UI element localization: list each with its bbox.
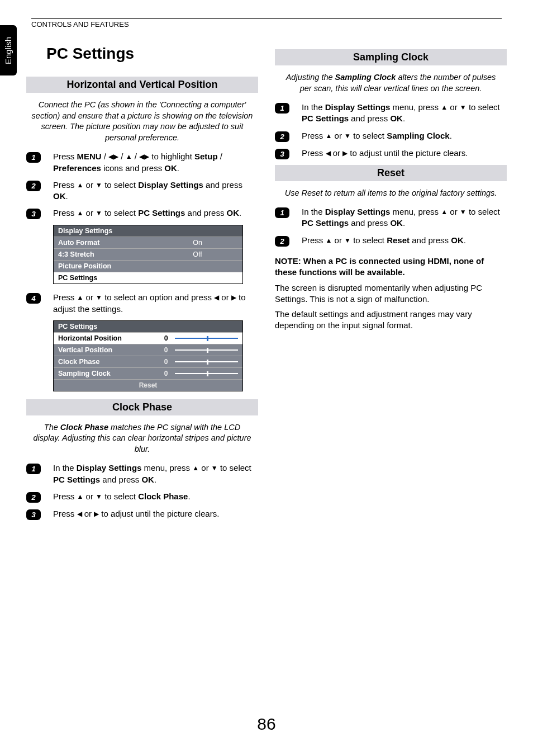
language-tab: English	[0, 25, 17, 75]
up-icon: ▲	[326, 236, 332, 245]
down-icon: ▼	[460, 103, 467, 112]
down-icon: ▼	[344, 131, 351, 140]
clockphase-step-1-body: In the Display Settings menu, press ▲ or…	[53, 462, 258, 485]
hvpos-step-3: 3 Press ▲ or ▼ to select PC Settings and…	[26, 207, 258, 219]
step-badge-2-icon: 2	[275, 236, 289, 247]
samplingclock-step-2: 2 Press ▲ or ▼ to select Sampling Clock.	[275, 130, 507, 142]
language-tab-label: English	[4, 36, 13, 64]
step-badge-3-icon: 3	[26, 209, 41, 219]
hvpos-step-1-body: Press MENU / ◀▶ / ▲ / ◀▶ to highlight Se…	[53, 151, 258, 174]
up-icon: ▲	[77, 209, 84, 218]
menu1-row-pcsettings: PC Settings	[54, 272, 242, 284]
page-number: 86	[0, 715, 533, 734]
right-icon: ▶	[94, 509, 99, 518]
samplingclock-step-3: 3 Press ◀ or ▶ to adjust until the pictu…	[275, 148, 507, 159]
hvpos-step-4: 4 Press ▲ or ▼ to select an option and p…	[26, 292, 258, 315]
page-title: PC Settings	[46, 45, 258, 63]
step-badge-4-icon: 4	[26, 293, 41, 304]
step-badge-2-icon: 2	[26, 181, 41, 191]
step-badge-1-icon: 1	[275, 207, 289, 218]
up-icon: ▲	[77, 492, 84, 501]
samplingclock-step-1-body: In the Display Settings menu, press ▲ or…	[302, 102, 507, 125]
menu1-row-pictureposition: Picture Position	[54, 260, 242, 272]
clockphase-step-2-body: Press ▲ or ▼ to select Clock Phase.	[53, 491, 258, 502]
section-hvpos-title: Horizontal and Vertical Position	[26, 77, 258, 93]
menu2-row-samplingclock: Sampling Clock0	[54, 367, 242, 379]
step-badge-3-icon: 3	[275, 149, 289, 159]
down-icon: ▼	[96, 293, 102, 302]
menu1-row-autoformat: Auto FormatOn	[54, 237, 242, 248]
menu2-row-clockphase: Clock Phase0	[54, 356, 242, 367]
hvpos-step-2-body: Press ▲ or ▼ to select Display Settings …	[53, 179, 258, 202]
samplingclock-step-1: 1 In the Display Settings menu, press ▲ …	[275, 102, 507, 125]
reset-step-2: 2 Press ▲ or ▼ to select Reset and press…	[275, 235, 507, 247]
right-column: Sampling Clock Adjusting the Sampling Cl…	[275, 45, 507, 526]
left-icon: ◀	[214, 293, 219, 302]
section-samplingclock-title: Sampling Clock	[275, 49, 507, 65]
right-icon: ▶	[342, 149, 348, 158]
pc-settings-menu: PC Settings Horizontal Position0 Vertica…	[53, 320, 243, 391]
display-settings-menu: Display Settings Auto FormatOn 4:3 Stret…	[53, 225, 243, 284]
reset-step-1-body: In the Display Settings menu, press ▲ or…	[302, 206, 507, 229]
menu2-row-vpos: Vertical Position0	[54, 344, 242, 356]
section-reset-title: Reset	[275, 165, 507, 181]
samplingclock-step-3-body: Press ◀ or ▶ to adjust until the picture…	[302, 148, 507, 159]
left-icon: ◀	[139, 152, 144, 161]
hvpos-step-3-body: Press ▲ or ▼ to select PC Settings and p…	[53, 207, 258, 219]
reset-step-2-body: Press ▲ or ▼ to select Reset and press O…	[302, 235, 507, 246]
left-icon: ◀	[77, 509, 82, 518]
samplingclock-step-2-body: Press ▲ or ▼ to select Sampling Clock.	[302, 130, 507, 141]
section-clockphase-title: Clock Phase	[26, 399, 258, 415]
down-icon: ▼	[96, 209, 102, 218]
right-icon: ▶	[231, 293, 236, 302]
up-icon: ▲	[326, 131, 332, 140]
up-icon: ▲	[441, 103, 448, 112]
clockphase-step-2: 2 Press ▲ or ▼ to select Clock Phase.	[26, 491, 258, 503]
up-icon: ▲	[192, 464, 199, 472]
up-icon: ▲	[77, 181, 84, 190]
hvpos-intro: Connect the PC (as shown in the 'Connect…	[31, 100, 254, 143]
clockphase-step-3-body: Press ◀ or ▶ to adjust until the picture…	[53, 508, 258, 519]
header-section: CONTROLS AND FEATURES	[31, 20, 129, 29]
hvpos-step-1: 1 Press MENU / ◀▶ / ▲ / ◀▶ to highlight …	[26, 151, 258, 174]
reset-intro: Use Reset to return all items to the ori…	[279, 188, 502, 199]
menu2-title: PC Settings	[54, 321, 242, 332]
hvpos-step-2: 2 Press ▲ or ▼ to select Display Setting…	[26, 179, 258, 202]
clockphase-intro: The Clock Phase matches the PC signal wi…	[31, 422, 254, 455]
left-icon: ◀	[326, 149, 331, 158]
up-icon: ▲	[77, 293, 84, 302]
left-icon: ◀	[108, 152, 113, 161]
reset-step-1: 1 In the Display Settings menu, press ▲ …	[275, 206, 507, 229]
step-badge-1-icon: 1	[275, 103, 289, 114]
step-badge-1-icon: 1	[26, 152, 41, 163]
clockphase-step-3: 3 Press ◀ or ▶ to adjust until the pictu…	[26, 508, 258, 520]
step-badge-2-icon: 2	[26, 492, 41, 503]
right-icon: ▶	[144, 152, 149, 161]
menu2-row-hpos: Horizontal Position0	[54, 332, 242, 344]
step-badge-1-icon: 1	[26, 464, 41, 474]
note-heading: NOTE: When a PC is connected using HDMI,…	[275, 256, 507, 278]
left-column: PC Settings Horizontal and Vertical Posi…	[26, 45, 258, 526]
up-icon: ▲	[126, 152, 132, 161]
down-icon: ▼	[211, 464, 218, 472]
down-icon: ▼	[460, 207, 467, 216]
note-body-2: The default settings and adjustment rang…	[275, 309, 507, 332]
menu2-row-reset: Reset	[54, 379, 242, 391]
menu1-title: Display Settings	[54, 225, 242, 237]
hvpos-step-4-body: Press ▲ or ▼ to select an option and pre…	[53, 292, 258, 315]
up-icon: ▲	[441, 207, 448, 216]
menu1-row-43stretch: 4:3 StretchOff	[54, 248, 242, 260]
step-badge-2-icon: 2	[275, 131, 289, 142]
clockphase-step-1: 1 In the Display Settings menu, press ▲ …	[26, 462, 258, 485]
down-icon: ▼	[344, 236, 351, 245]
right-icon: ▶	[113, 152, 118, 161]
header-rule	[31, 18, 502, 19]
down-icon: ▼	[96, 181, 102, 190]
step-badge-3-icon: 3	[26, 509, 41, 520]
note-body-1: The screen is disrupted momentarily when…	[275, 282, 507, 305]
down-icon: ▼	[96, 492, 102, 501]
samplingclock-intro: Adjusting the Sampling Clock alters the …	[279, 72, 502, 94]
